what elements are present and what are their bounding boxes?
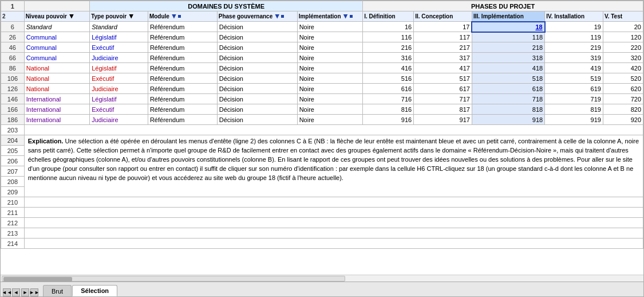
col-h-filter: III. Implémentation: [472, 11, 544, 22]
cell-i: 319: [545, 53, 603, 63]
cell-g: 117: [414, 32, 472, 42]
cell-niveau: National: [24, 73, 89, 84]
h-scrollbar[interactable]: [1, 275, 643, 282]
row-num-cell: 66: [1, 53, 25, 63]
empty-row-214: 214: [1, 239, 643, 249]
tab-selection[interactable]: Sélection: [72, 285, 117, 296]
filter-btn-a[interactable]: Niveau pouvoir: [26, 13, 74, 19]
cell-g: 217: [414, 42, 472, 53]
cell-impl: Noire: [297, 53, 363, 63]
cell-h[interactable]: 418: [472, 63, 544, 73]
cell-f: 316: [363, 53, 414, 63]
cell-niveau: Communal: [24, 53, 89, 63]
cell-h[interactable]: 918: [472, 115, 544, 125]
cell-h[interactable]: 718: [472, 94, 544, 104]
tab-nav: ◄◄ ◄ ► ►►: [3, 288, 39, 296]
spreadsheet-container: 1 DOMAINES DU SYSTÈME PHASES DU PROJET 2…: [0, 0, 644, 297]
cell-i: 519: [545, 73, 603, 84]
cell-i: 819: [545, 104, 603, 115]
filter-btn-e[interactable]: Implémentation: [299, 13, 353, 19]
tab-nav-prev[interactable]: ◄: [12, 288, 20, 296]
filter-btn-b[interactable]: Type pouvoir: [91, 13, 133, 19]
table-row: 86NationalLégislatifRéférendumDécisionNo…: [1, 63, 643, 73]
col-b-filter[interactable]: Type pouvoir: [90, 11, 148, 22]
col-a-filter[interactable]: Niveau pouvoir: [24, 11, 89, 22]
table-row: 26CommunalLégislatifRéférendumDécisionNo…: [1, 32, 643, 42]
empty-row-213: 213: [1, 228, 643, 239]
cell-h[interactable]: 318: [472, 53, 544, 63]
phases-header: PHASES DU PROJET: [363, 1, 643, 11]
cell-impl: Noire: [297, 22, 363, 32]
sheet-area: 1 DOMAINES DU SYSTÈME PHASES DU PROJET 2…: [1, 1, 643, 275]
cell-f: 116: [363, 32, 414, 42]
filter-btn-c[interactable]: Module: [149, 13, 181, 19]
cell-g: 917: [414, 115, 472, 125]
tab-nav-first[interactable]: ◄◄: [3, 288, 11, 296]
tab-nav-last[interactable]: ►►: [30, 288, 38, 296]
domaines-header: DOMAINES DU SYSTÈME: [90, 1, 363, 11]
cell-type: Législatif: [90, 63, 148, 73]
cell-g: 817: [414, 104, 472, 115]
cell-i: 419: [545, 63, 603, 73]
col-d-filter[interactable]: Phase gouvernance: [217, 11, 297, 22]
filter-square-c: [178, 15, 181, 18]
tab-nav-next[interactable]: ►: [21, 288, 29, 296]
filter-square-d: [281, 15, 284, 18]
h-scroll-track[interactable]: [2, 276, 345, 282]
explanation-row: 204 Explication. Une sélection a été opé…: [1, 135, 643, 146]
cell-module: Référendum: [148, 42, 217, 53]
col-f-filter: I. Définition: [363, 11, 414, 22]
cell-g: 717: [414, 94, 472, 104]
cell-phase-gouv: Décision: [217, 104, 297, 115]
col-c-filter[interactable]: Module: [148, 11, 217, 22]
cell-h[interactable]: 118: [472, 32, 544, 42]
filter-arrow-b: [129, 14, 133, 19]
explanation-body: Une sélection a été opérée en déroulant …: [28, 138, 639, 181]
cell-j: 720: [603, 94, 643, 104]
cell-h[interactable]: 18: [472, 22, 544, 32]
cell-module: Référendum: [148, 104, 217, 115]
cell-niveau: Communal: [24, 42, 89, 53]
row-num-cell: 6: [1, 22, 25, 32]
cell-j: 120: [603, 32, 643, 42]
cell-module: Référendum: [148, 84, 217, 94]
cell-h[interactable]: 618: [472, 84, 544, 94]
table-row: 126NationalJudiciaireRéférendumDécisionN…: [1, 84, 643, 94]
cell-h[interactable]: 518: [472, 73, 544, 84]
cell-f: 616: [363, 84, 414, 94]
cell-module: Référendum: [148, 22, 217, 32]
cell-h[interactable]: 218: [472, 42, 544, 53]
cell-phase-gouv: Décision: [217, 84, 297, 94]
cell-phase-gouv: Décision: [217, 42, 297, 53]
col-i-filter: IV. Installation: [545, 11, 603, 22]
cell-f: 916: [363, 115, 414, 125]
cell-type: Législatif: [90, 32, 148, 42]
row-num-cell: 46: [1, 42, 25, 53]
cell-impl: Noire: [297, 32, 363, 42]
filter-arrow-e: [343, 14, 348, 19]
row-num-cell: 166: [1, 104, 25, 115]
cell-j: 420: [603, 63, 643, 73]
cell-h[interactable]: 818: [472, 104, 544, 115]
cell-phase-gouv: Décision: [217, 115, 297, 125]
col-e-filter[interactable]: Implémentation: [297, 11, 363, 22]
cell-module: Référendum: [148, 94, 217, 104]
cell-phase-gouv: Décision: [217, 22, 297, 32]
cell-f: 16: [363, 22, 414, 32]
cell-phase-gouv: Décision: [217, 73, 297, 84]
cell-j: 920: [603, 115, 643, 125]
filter-btn-d[interactable]: Phase gouvernance: [219, 13, 284, 19]
row-num-cell: 186: [1, 115, 25, 125]
cell-g: 517: [414, 73, 472, 84]
cell-g: 417: [414, 63, 472, 73]
tabs-bar: ◄◄ ◄ ► ►► Brut Sélection: [1, 282, 643, 296]
filter-arrow-d: [275, 14, 279, 19]
cell-j: 520: [603, 73, 643, 84]
cell-f: 716: [363, 94, 414, 104]
h-scroll-thumb[interactable]: [3, 277, 72, 282]
cell-i: 219: [545, 42, 603, 53]
rn-1: 1: [1, 1, 25, 11]
filter-arrow-a: [69, 14, 74, 19]
tab-brut[interactable]: Brut: [43, 285, 72, 296]
cell-f: 416: [363, 63, 414, 73]
